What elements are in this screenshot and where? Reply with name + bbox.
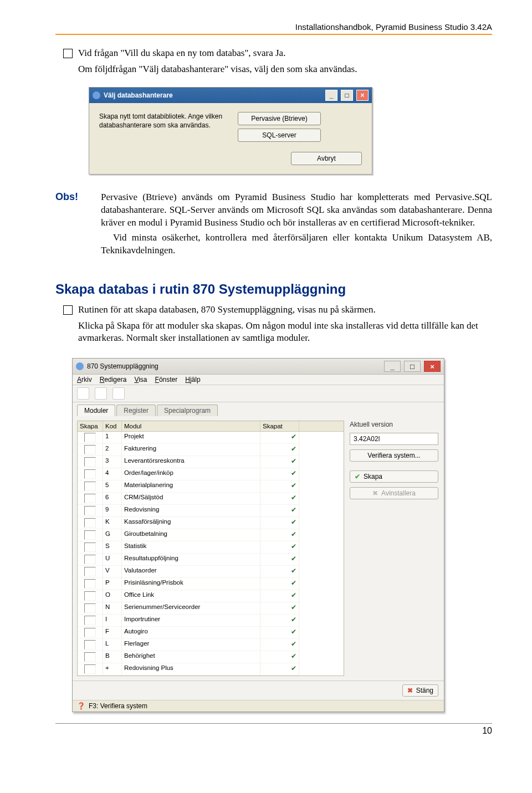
checkbox-icon [63,305,73,315]
grid-row[interactable]: GGiroutbetalning✔ [78,529,344,541]
row-checkbox[interactable] [78,517,103,529]
obs-paragraph-1: Pervasive (Btrieve) används om Pyramid B… [101,191,492,229]
row-checkbox[interactable] [78,615,103,627]
menu-arkiv[interactable]: AArkivrkiv [77,376,92,383]
col-modul[interactable]: Modul [122,421,260,431]
tab-register[interactable]: Register [116,405,156,416]
grid-row[interactable]: 2Fakturering✔ [78,444,344,456]
row-kod: 5 [103,480,122,493]
grid-row[interactable]: 5Materialplanering✔ [78,480,344,493]
row-checkbox[interactable] [78,529,103,541]
dialog-body-text: Skapa nytt tomt databibliotek. Ange vilk… [99,112,227,130]
row-checkbox[interactable] [78,444,103,456]
row-modul: Autogiro [122,627,260,639]
window-870: 870 Systemuppläggning _ □ × AArkivrkiv R… [72,358,444,712]
menu-visa[interactable]: Visa [134,376,147,383]
tab-row: Moduler Register Specialprogram [73,402,444,416]
grid-row[interactable]: FAutogiro✔ [78,627,344,639]
row-skapat: ✔ [260,493,299,505]
pervasive-button[interactable]: Pervasive (Btrieve) [238,112,321,125]
grid-row[interactable]: 3Leverantörsreskontra✔ [78,456,344,468]
maximize-button[interactable]: □ [341,90,353,101]
row-checkbox[interactable] [78,627,103,639]
toolbar-icon-1[interactable] [77,387,89,400]
grid-row[interactable]: VValutaorder✔ [78,566,344,578]
grid-row[interactable]: SStatistik✔ [78,541,344,554]
col-skapat[interactable]: Skapat [260,421,299,431]
grid-row[interactable]: KKassaförsäljning✔ [78,517,344,529]
grid-row[interactable]: BBehörighet✔ [78,651,344,663]
row-checkbox[interactable] [78,505,103,517]
row-checkbox[interactable] [78,493,103,505]
row-checkbox[interactable] [78,602,103,615]
side-panel: Aktuell version 3.42A02l Verifiera syste… [350,421,438,499]
module-grid: Skapa Kod Modul Skapat 1Projekt✔2Fakture… [77,421,344,676]
row-kod: F [103,627,122,639]
grid-row[interactable]: NSerienummer/Serviceorder✔ [78,602,344,615]
row-checkbox[interactable] [78,663,103,676]
grid-row[interactable]: OOffice Link✔ [78,590,344,602]
menu-fonster[interactable]: Fönster [155,376,178,383]
verify-system-button[interactable]: Verifiera system... [350,449,438,462]
row-checkbox[interactable] [78,590,103,602]
col-kod[interactable]: Kod [103,421,122,431]
row-checkbox[interactable] [78,541,103,554]
row-checkbox[interactable] [78,468,103,480]
grid-row[interactable]: 4Order/lager/inköp✔ [78,468,344,480]
grid-header: Skapa Kod Modul Skapat [78,421,344,432]
row-kod: N [103,602,122,615]
menu-hjalp[interactable]: Hjälp [185,376,200,383]
row-checkbox[interactable] [78,432,103,444]
row-modul: Prisinläsning/Prisbok [122,578,260,590]
header-rule [55,34,492,35]
row-kod: G [103,529,122,541]
row-modul: Materialplanering [122,480,260,493]
row-kod: 1 [103,432,122,444]
row-kod: S [103,541,122,554]
grid-row[interactable]: PPrisinläsning/Prisbok✔ [78,578,344,590]
row-checkbox[interactable] [78,639,103,651]
grid-row[interactable]: UResultatuppföljning✔ [78,554,344,566]
instruction-text-1: Vid frågan "Vill du skapa en ny tom data… [78,47,357,60]
row-skapat: ✔ [260,566,299,578]
grid-row[interactable]: 6CRM/Säljstöd✔ [78,493,344,505]
grid-row[interactable]: +Redovisning Plus✔ [78,663,344,676]
minimize-button[interactable]: _ [325,90,337,101]
row-skapat: ✔ [260,468,299,480]
grid-row[interactable]: 1Projekt✔ [78,432,344,444]
menu-redigera[interactable]: Redigera [100,376,127,383]
app-icon [93,91,100,99]
row-modul: Behörighet [122,651,260,663]
tab-specialprogram[interactable]: Specialprogram [157,405,218,416]
stang-button[interactable]: Stäng [402,684,438,697]
cancel-button[interactable]: Avbryt [291,152,362,165]
row-modul: Importrutiner [122,615,260,627]
rutin-text-1: Rutinen för att skapa databasen, 870 Sys… [78,304,492,316]
row-kod: + [103,663,122,676]
row-skapat: ✔ [260,529,299,541]
row-skapat: ✔ [260,615,299,627]
row-modul: Resultatuppföljning [122,554,260,566]
sql-server-button[interactable]: SQL-server [238,129,321,142]
row-checkbox[interactable] [78,566,103,578]
close-button[interactable]: × [356,90,369,101]
row-kod: U [103,554,122,566]
tab-moduler[interactable]: Moduler [77,405,115,416]
row-checkbox[interactable] [78,651,103,663]
grid-row[interactable]: LFlerlager✔ [78,639,344,651]
close-button[interactable]: × [424,361,441,372]
row-checkbox[interactable] [78,480,103,493]
version-field: 3.42A02l [350,433,438,445]
skapa-button[interactable]: Skapa [350,470,438,483]
row-modul: Statistik [122,541,260,554]
row-checkbox[interactable] [78,456,103,468]
minimize-button[interactable]: _ [384,361,401,372]
col-skapa[interactable]: Skapa [78,421,103,431]
toolbar-icon-3[interactable] [112,387,125,400]
grid-row[interactable]: IImportrutiner✔ [78,615,344,627]
maximize-button[interactable]: □ [404,361,421,372]
row-checkbox[interactable] [78,578,103,590]
row-checkbox[interactable] [78,554,103,566]
grid-row[interactable]: 9Redovisning✔ [78,505,344,517]
toolbar-icon-2[interactable] [95,387,107,400]
